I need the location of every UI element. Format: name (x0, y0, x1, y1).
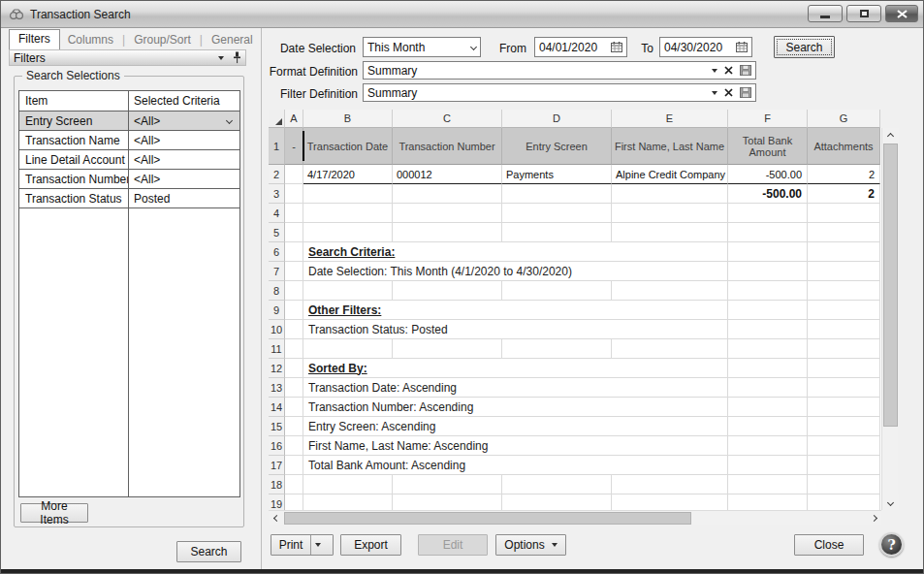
to-date-input[interactable]: 04/30/2020 (659, 37, 752, 57)
grid-cell[interactable]: Sorted By: (303, 359, 728, 378)
grid-cell[interactable] (285, 378, 303, 398)
grid-cell[interactable] (285, 262, 303, 281)
column-header-F[interactable]: F (728, 110, 808, 128)
calendar-icon[interactable] (736, 42, 748, 52)
scroll-left-button[interactable] (269, 511, 284, 526)
export-button[interactable]: Export (340, 534, 401, 556)
chevron-down-icon[interactable] (470, 44, 477, 50)
grid-cell[interactable] (502, 223, 612, 242)
grid-cell[interactable] (612, 204, 728, 223)
column-header-E[interactable]: E (612, 110, 728, 128)
scroll-up-button[interactable] (882, 128, 899, 144)
row-header-7[interactable]: 7 (269, 262, 285, 281)
dropdown-arrow-icon[interactable] (712, 69, 717, 73)
close-window-button[interactable] (885, 5, 918, 22)
row-header-4[interactable]: 4 (269, 204, 285, 223)
row-header-11[interactable]: 11 (269, 339, 285, 359)
filters-search-button[interactable]: Search (176, 541, 241, 562)
grid-cell[interactable] (808, 262, 880, 281)
grid-cell[interactable] (808, 417, 880, 436)
grid-cell[interactable]: Other Filters: (303, 301, 728, 320)
grid-cell[interactable] (285, 320, 303, 339)
criteria-value[interactable]: Posted (128, 192, 239, 206)
grid-cell[interactable] (808, 378, 880, 398)
grid-cell[interactable] (728, 456, 808, 475)
dropdown-arrow-icon[interactable] (712, 91, 717, 95)
grid-cell[interactable] (303, 204, 393, 223)
pin-icon[interactable] (233, 51, 241, 64)
clear-icon[interactable] (724, 66, 733, 75)
criteria-row-transaction-status[interactable]: Transaction Status Posted (19, 189, 239, 208)
grid-cell[interactable] (502, 184, 612, 204)
grid-cell[interactable] (303, 281, 393, 301)
row-header-12[interactable]: 12 (269, 359, 285, 378)
row-header-13[interactable]: 13 (269, 378, 285, 398)
column-header-C[interactable]: C (393, 110, 502, 128)
grid-cell[interactable] (303, 223, 393, 242)
grid-cell[interactable] (808, 456, 880, 475)
grid-cell[interactable]: Entry Screen (502, 128, 612, 165)
grid-cell[interactable] (728, 359, 808, 378)
horizontal-scroll-thumb[interactable] (284, 512, 691, 525)
grid-cell[interactable] (502, 475, 612, 494)
grid-cell[interactable] (285, 398, 303, 417)
horizontal-scrollbar[interactable] (269, 510, 881, 525)
grid-cell[interactable] (502, 204, 612, 223)
tab-group-sort[interactable]: Group/Sort (126, 31, 199, 49)
grid-cell[interactable] (728, 242, 808, 262)
grid-cell[interactable] (612, 339, 728, 359)
grid-cell[interactable] (808, 223, 880, 242)
grid-cell[interactable] (612, 281, 728, 301)
grid-cell[interactable] (502, 281, 612, 301)
grid-cell[interactable] (808, 301, 880, 320)
tab-filters[interactable]: Filters (9, 29, 60, 49)
row-header-16[interactable]: 16 (269, 436, 285, 456)
grid-cell[interactable] (285, 494, 303, 510)
grid-cell[interactable] (728, 262, 808, 281)
column-header-A[interactable]: A (285, 110, 303, 128)
maximize-button[interactable] (846, 5, 881, 22)
grid-cell[interactable] (285, 242, 303, 262)
grid-cell[interactable] (303, 339, 393, 359)
grid-cell[interactable] (728, 339, 808, 359)
grid-cell[interactable] (728, 320, 808, 339)
grid-cell[interactable]: 2 (808, 165, 880, 184)
grid-cell[interactable] (808, 359, 880, 378)
scroll-right-button[interactable] (866, 511, 881, 526)
grid-cell[interactable]: Alpine Credit Company (612, 165, 728, 184)
row-header-19[interactable]: 19 (269, 494, 285, 510)
minimize-button[interactable] (808, 5, 843, 22)
grid-cell[interactable]: 4/17/2020 (303, 165, 393, 184)
row-header-17[interactable]: 17 (269, 456, 285, 475)
grid-cell[interactable] (728, 494, 808, 510)
grid-cell[interactable] (808, 398, 880, 417)
grid-cell[interactable]: Date Selection: This Month (4/1/2020 to … (303, 262, 728, 281)
save-icon[interactable] (740, 65, 751, 76)
grid-cell[interactable]: 2 (808, 184, 880, 204)
filter-definition-combo[interactable]: Summary (363, 83, 756, 102)
grid-cell[interactable] (303, 475, 393, 494)
grid-cell[interactable] (393, 339, 502, 359)
tab-columns[interactable]: Columns (60, 31, 121, 49)
search-button[interactable]: Search (774, 36, 835, 58)
row-header-8[interactable]: 8 (269, 281, 285, 301)
grid-cell[interactable] (303, 184, 393, 204)
calendar-icon[interactable] (611, 42, 622, 52)
grid-cell[interactable] (728, 223, 808, 242)
criteria-row-transaction-number[interactable]: Transaction Number <All> (19, 170, 239, 189)
criteria-value[interactable]: <All> (128, 153, 239, 167)
grid-cell[interactable] (728, 204, 808, 223)
grid-cell[interactable] (612, 475, 728, 494)
grid-cell[interactable] (285, 339, 303, 359)
grid-cell[interactable] (393, 494, 502, 510)
grid-cell[interactable] (285, 204, 303, 223)
vertical-scroll-thumb[interactable] (883, 144, 898, 427)
grid-cell[interactable]: Total Bank Amount (728, 128, 808, 165)
row-header-3[interactable]: 3 (269, 184, 285, 204)
grid-cell[interactable] (502, 339, 612, 359)
grid-cell[interactable] (393, 204, 502, 223)
grid-cell[interactable] (285, 417, 303, 436)
save-icon[interactable] (740, 87, 751, 98)
criteria-value[interactable]: <All> (128, 114, 239, 128)
grid-cell[interactable]: 000012 (393, 165, 502, 184)
